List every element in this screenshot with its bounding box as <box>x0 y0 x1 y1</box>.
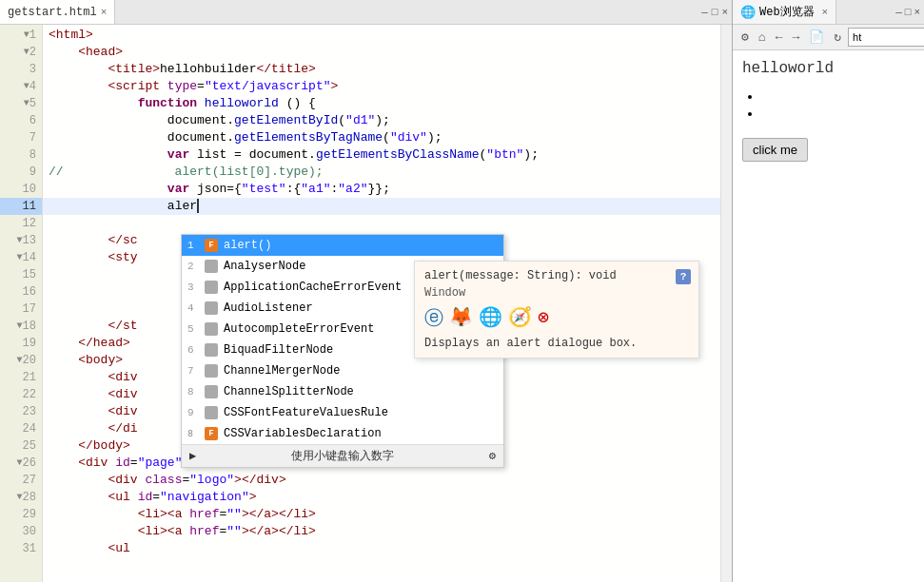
browser-panel: 🌐 Web浏览器 × — □ × ⚙ ⌂ ← → 📄 ↻ helloworld … <box>733 0 924 582</box>
autocomplete-label-8: ChannelSplitterNode <box>224 385 498 398</box>
autocomplete-label-7: ChannelMergerNode <box>224 364 498 378</box>
code-line-28: <ul id="navigation"> <box>43 489 720 506</box>
line-numbers: ▼ 1 ▼ 2 3 ▼ 4 ▼ 5 6 7 8 9 10 11 12 ▼13 ▼… <box>0 25 43 582</box>
autocomplete-icon-f-10: F <box>205 427 218 440</box>
line-num-31: 31 <box>0 540 42 557</box>
browser-icon-chrome: 🌐 <box>479 305 502 331</box>
line-num-23: 23 <box>0 403 42 420</box>
editor-tab-bar: getstart.html × — □ × <box>0 0 732 25</box>
editor-scrollbar[interactable] <box>720 25 732 582</box>
editor-tab-close-icon[interactable]: × <box>101 7 108 18</box>
line-num-3: 3 <box>0 61 42 78</box>
browser-list-item-2 <box>761 106 914 123</box>
browser-icon-opera: ⊗ <box>538 305 549 331</box>
editor-tab-bar-space <box>115 0 698 24</box>
browser-minimize-btn[interactable]: — <box>895 7 902 18</box>
autocomplete-icon-o-4 <box>205 301 218 315</box>
autocomplete-arrow: ▶ <box>189 449 196 463</box>
line-num-24: 24 <box>0 420 42 437</box>
line-num-9: 9 <box>0 164 42 181</box>
line-num-2: ▼ 2 <box>0 44 42 61</box>
line-num-19: 19 <box>0 335 42 352</box>
browser-tab-label: Web浏览器 <box>759 4 815 20</box>
globe-icon: 🌐 <box>740 5 756 20</box>
tooltip-window-label: Window <box>424 286 689 300</box>
code-line-10: var json={"test":{"a1":"a2"}}; <box>43 181 720 198</box>
autocomplete-item-9[interactable]: 9 CSSFontFeatureValuesRule <box>182 402 503 423</box>
code-line-5: function helloworld () { <box>43 95 720 112</box>
browser-tab-space <box>836 0 892 24</box>
click-me-button[interactable]: click me <box>742 138 808 162</box>
tooltip-help-icon[interactable]: ? <box>676 269 691 284</box>
code-line-6: document.getElementById("d1"); <box>43 112 720 129</box>
autocomplete-icon-o-5 <box>205 322 218 336</box>
editor-minimize-btn[interactable]: — <box>701 7 708 18</box>
line-num-20: ▼20 <box>0 352 42 369</box>
line-num-12: 12 <box>0 215 42 232</box>
editor-tab-label: getstart.html <box>8 6 97 19</box>
autocomplete-item-num-10: 8 <box>187 429 199 439</box>
autocomplete-settings-icon[interactable]: ⚙ <box>489 449 496 463</box>
tooltip-signature: alert(message: String): void <box>424 269 689 282</box>
autocomplete-icon-o-9 <box>205 406 218 419</box>
line-num-30: 30 <box>0 523 42 540</box>
line-num-5: ▼ 5 <box>0 95 42 112</box>
editor-close-btn[interactable]: × <box>721 7 728 18</box>
editor-panel: getstart.html × — □ × ▼ 1 ▼ 2 3 ▼ 4 ▼ 5 … <box>0 0 733 582</box>
code-line-2: <head> <box>43 44 720 61</box>
autocomplete-item-1[interactable]: 1 F alert() <box>182 235 503 256</box>
browser-icon-ie: ⓔ <box>424 305 443 331</box>
autocomplete-icon-o-3 <box>205 281 218 294</box>
line-num-28: ▼28 <box>0 489 42 506</box>
editor-maximize-btn[interactable]: □ <box>712 7 718 18</box>
browser-home-btn[interactable]: ⌂ <box>756 29 769 46</box>
autocomplete-icon-o-2 <box>205 260 218 273</box>
autocomplete-item-num-8: 8 <box>187 386 199 398</box>
browser-settings-btn[interactable]: ⚙ <box>738 29 752 46</box>
browser-icon-firefox: 🦊 <box>449 305 473 331</box>
code-line-31: <ul <box>43 540 720 557</box>
autocomplete-footer-text: 使用小键盘输入数字 <box>291 448 394 464</box>
browser-content: helloworld click me <box>733 50 924 582</box>
code-line-11: aler <box>43 198 720 215</box>
line-num-22: 22 <box>0 386 42 403</box>
tooltip-browsers: ⓔ 🦊 🌐 🧭 ⊗ <box>424 305 689 331</box>
autocomplete-item-8[interactable]: 8 ChannelSplitterNode <box>182 381 503 402</box>
browser-address-bar[interactable] <box>848 28 924 47</box>
code-line-4: <script type="text/javascript"> <box>43 78 720 95</box>
editor-tab-getstart[interactable]: getstart.html × <box>0 0 115 24</box>
browser-forward-btn[interactable]: → <box>789 29 802 46</box>
browser-back-btn[interactable]: ← <box>773 29 786 46</box>
line-num-10: 10 <box>0 181 42 198</box>
browser-tab-bar: 🌐 Web浏览器 × — □ × <box>733 0 924 25</box>
autocomplete-item-num-4: 4 <box>187 302 199 314</box>
browser-refresh-btn[interactable]: ↻ <box>831 29 844 46</box>
code-content[interactable]: <html> <head> <title>hellohbuilder</titl… <box>43 25 720 582</box>
line-num-1: ▼ 1 <box>0 27 42 44</box>
line-num-8: 8 <box>0 146 42 164</box>
line-num-27: 27 <box>0 472 42 489</box>
autocomplete-item-7[interactable]: 7 ChannelMergerNode <box>182 360 503 381</box>
line-num-17: 17 <box>0 301 42 318</box>
code-line-3: <title>hellohbuilder</title> <box>43 61 720 78</box>
browser-maximize-btn[interactable]: □ <box>905 7 912 18</box>
autocomplete-icon-o-8 <box>205 385 218 398</box>
line-num-16: 16 <box>0 283 42 301</box>
code-line-12 <box>43 215 720 232</box>
line-num-7: 7 <box>0 129 42 146</box>
autocomplete-item-num-5: 5 <box>187 323 199 335</box>
browser-list-item-1 <box>761 88 914 106</box>
line-num-21: 21 <box>0 369 42 386</box>
autocomplete-item-num-9: 9 <box>187 407 199 418</box>
browser-page-btn[interactable]: 📄 <box>806 29 827 46</box>
code-line-8: var list = document.getElementsByClassNa… <box>43 146 720 164</box>
code-line-7: document.getElementsByTagName("div"); <box>43 129 720 146</box>
autocomplete-item-10[interactable]: 8 F CSSVariablesDeclaration <box>182 423 503 444</box>
browser-icon-safari: 🧭 <box>508 305 532 331</box>
browser-close-btn[interactable]: × <box>914 7 920 18</box>
code-line-1: <html> <box>43 27 720 44</box>
line-num-11: 11 <box>0 198 42 215</box>
browser-tab-close-icon[interactable]: × <box>822 7 829 18</box>
line-num-29: 29 <box>0 506 42 523</box>
browser-tab-web[interactable]: 🌐 Web浏览器 × <box>733 0 836 24</box>
